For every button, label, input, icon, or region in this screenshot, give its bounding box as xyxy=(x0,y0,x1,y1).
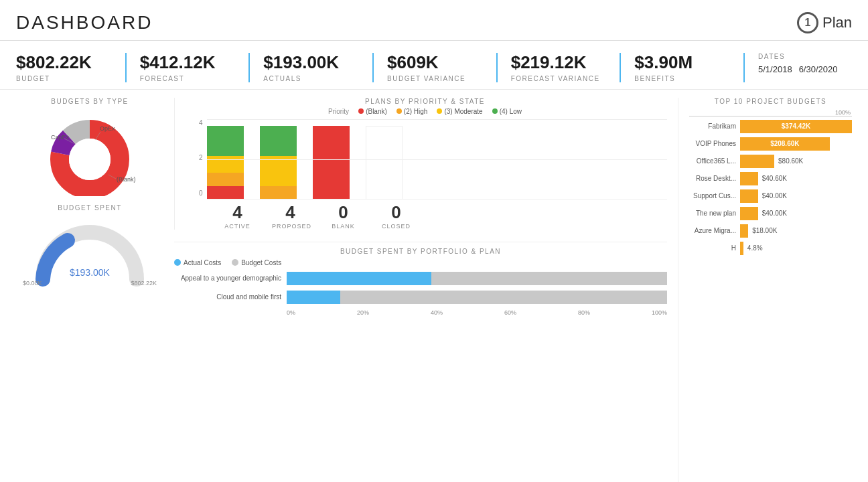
budget-spent-section: BUDGET SPENT $193.00K $0.00K $802.22K xyxy=(16,204,163,287)
project-value-newplan: $40.00K xyxy=(762,210,787,217)
top-projects-title: TOP 10 PROJECT BUDGETS xyxy=(689,98,852,105)
y-axis-0: 0 xyxy=(199,189,203,197)
x-axis-labels: 0% 20% 40% 60% 80% 100% xyxy=(174,309,667,316)
project-bar-support xyxy=(740,189,758,203)
proposed-label: PROPOSED xyxy=(272,223,309,230)
portfolio-section: BUDGET SPENT BY PORTFOLIO & PLAN Actual … xyxy=(174,242,667,316)
x-20: 20% xyxy=(357,309,369,316)
portfolio-actual-1 xyxy=(287,272,431,285)
plans-chart: 4 2 0 xyxy=(183,119,667,199)
kpi-budget-variance-label: BUDGET VARIANCE xyxy=(387,75,483,82)
blank-label: BLANK xyxy=(325,223,362,230)
project-row-fabrikam: Fabrikam $374.42K xyxy=(689,119,852,134)
y-axis: 4 2 0 xyxy=(199,119,203,199)
project-row-azure: Azure Migra... $18.00K xyxy=(689,224,852,238)
project-name-fabrikam: Fabrikam xyxy=(689,123,736,130)
project-value-support: $40.00K xyxy=(762,192,787,199)
legend-budget-costs: Budget Costs xyxy=(232,259,281,266)
portfolio-legend: Actual Costs Budget Costs xyxy=(174,259,667,266)
project-bar-h xyxy=(740,242,743,255)
kpi-forecast-value: $412.12K xyxy=(140,53,236,72)
kpi-forecast-variance-value: $219.12K xyxy=(511,53,607,72)
portfolio-bar-1 xyxy=(287,272,667,285)
kpi-actuals-value: $193.00K xyxy=(263,53,359,72)
active-label: ACTIVE xyxy=(219,223,256,230)
kpi-forecast-variance: $219.12K FORECAST VARIANCE xyxy=(498,53,622,82)
svg-text:OpEx: OpEx xyxy=(100,125,115,132)
project-name-h: H xyxy=(689,244,736,252)
svg-point-3 xyxy=(69,139,111,180)
budgets-by-type-title: BUDGETS BY TYPE xyxy=(16,98,163,105)
donut-chart: CapEx OpEx (Blank) xyxy=(36,109,143,196)
kpi-budget-variance-value: $609K xyxy=(387,53,483,72)
x-60: 60% xyxy=(504,309,516,316)
project-value-rose: $40.60K xyxy=(762,175,787,182)
bar-active xyxy=(207,126,244,199)
portfolio-bar-row-2: Cloud and mobile first xyxy=(174,291,667,304)
gauge-container: $193.00K $0.00K $802.22K xyxy=(16,216,163,287)
main-content: BUDGETS BY TYPE CapEx OpEx (Blank) xyxy=(0,90,868,482)
portfolio-actual-2 xyxy=(287,291,340,304)
kpi-forecast: $412.12K FORECAST xyxy=(127,53,250,82)
active-number: 4 xyxy=(219,202,256,223)
right-column: TOP 10 PROJECT BUDGETS 100% Fabrikam $37… xyxy=(678,98,852,482)
svg-text:$193.00K: $193.00K xyxy=(70,267,111,278)
kpi-budget: $802.22K BUDGET xyxy=(16,53,127,82)
kpi-budget-variance: $609K BUDGET VARIANCE xyxy=(374,53,498,82)
portfolio-label-1: Appeal to a younger demographic xyxy=(174,274,281,282)
legend-high: (2) High xyxy=(396,108,428,115)
kpi-actuals: $193.00K ACTUALS xyxy=(250,53,374,82)
proposed-number: 4 xyxy=(272,202,309,223)
bar-blank xyxy=(313,126,350,199)
project-bar-rose xyxy=(740,172,758,185)
project-name-office365: Office365 L... xyxy=(689,157,736,165)
x-40: 40% xyxy=(431,309,443,316)
bar-proposed xyxy=(260,126,297,199)
project-row-newplan: The new plan $40.00K xyxy=(689,206,852,221)
project-name-support: Support Cus... xyxy=(689,192,736,199)
kpi-dates: DATES 5/1/2018 6/30/2020 xyxy=(745,53,852,82)
gauge-chart: $193.00K xyxy=(29,216,150,289)
date-end: 6/30/2020 xyxy=(799,64,838,74)
legend-low: (4) Low xyxy=(492,108,522,115)
legend-label: Priority xyxy=(328,108,349,115)
project-name-newplan: The new plan xyxy=(689,210,736,217)
project-value-fabrikam: $374.42K xyxy=(782,123,810,130)
kpi-budget-value: $802.22K xyxy=(16,53,112,72)
gauge-min: $0.00K xyxy=(23,280,42,287)
left-column: BUDGETS BY TYPE CapEx OpEx (Blank) xyxy=(16,98,163,482)
top-bar-divider xyxy=(689,116,852,116)
x-100: 100% xyxy=(652,309,667,316)
dates-values: 5/1/2018 6/30/2020 xyxy=(758,64,852,74)
kpi-benefits: $3.90M BENEFITS xyxy=(621,53,745,82)
kpi-budget-label: BUDGET xyxy=(16,75,112,82)
budgets-by-type-section: BUDGETS BY TYPE CapEx OpEx (Blank) xyxy=(16,98,163,196)
bar-labels-row: ACTIVE PROPOSED BLANK CLOSED xyxy=(183,223,667,230)
kpi-actuals-label: ACTUALS xyxy=(263,75,359,82)
project-value-azure: $18.00K xyxy=(752,227,777,234)
legend-actual-costs: Actual Costs xyxy=(174,259,221,266)
kpi-benefits-value: $3.90M xyxy=(634,53,730,72)
plans-title: PLANS BY PRIORITY & STATE xyxy=(183,98,667,105)
y-axis-4: 4 xyxy=(199,119,203,127)
kpi-forecast-variance-label: FORECAST VARIANCE xyxy=(511,75,607,82)
project-row-h: H 4.8% xyxy=(689,241,852,256)
project-bar-voip: $208.60K xyxy=(740,137,830,151)
y-axis-2: 2 xyxy=(199,154,203,161)
kpi-row: $802.22K BUDGET $412.12K FORECAST $193.0… xyxy=(0,41,868,90)
dashboard: DASHBOARD 1 Plan $802.22K BUDGET $412.12… xyxy=(0,0,868,482)
page-title: DASHBOARD xyxy=(16,12,153,33)
dates-label: DATES xyxy=(758,53,852,60)
project-name-voip: VOIP Phones xyxy=(689,140,736,147)
project-name-azure: Azure Migra... xyxy=(689,227,736,234)
x-0: 0% xyxy=(287,309,295,316)
closed-number: 0 xyxy=(378,202,415,223)
project-value-voip: $208.60K xyxy=(770,140,799,147)
plans-priority-section: PLANS BY PRIORITY & STATE Priority (Blan… xyxy=(174,98,667,230)
project-row-support: Support Cus... $40.00K xyxy=(689,189,852,204)
project-bar-azure xyxy=(740,224,748,238)
project-name-rose: Rose Deskt... xyxy=(689,175,736,182)
plans-legend: Priority (Blank) (2) High (3) Moderate (… xyxy=(183,108,667,115)
bar-closed xyxy=(366,126,403,199)
logo-text: Plan xyxy=(822,14,852,31)
